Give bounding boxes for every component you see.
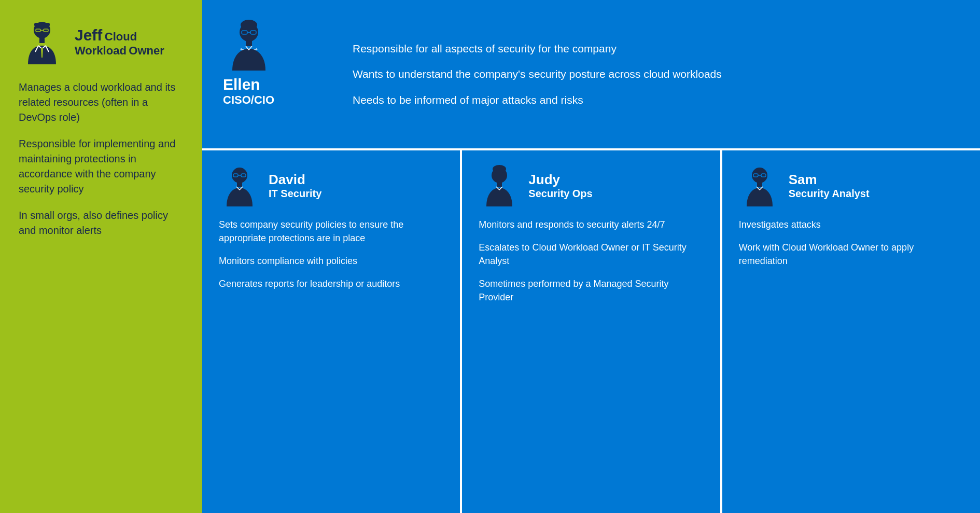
david-desc2: Monitors compliance with policies bbox=[219, 254, 443, 268]
sam-desc2: Work with Cloud Workload Owner to apply … bbox=[739, 241, 963, 268]
svg-rect-22 bbox=[497, 183, 502, 187]
bottom-section: David IT Security Sets company security … bbox=[202, 150, 980, 513]
jeff-avatar bbox=[19, 19, 65, 65]
ellen-avatar bbox=[223, 19, 275, 71]
sam-name: Sam bbox=[789, 172, 870, 188]
svg-rect-27 bbox=[757, 183, 762, 187]
jeff-name-block: Jeff Cloud Workload Owner bbox=[75, 26, 184, 58]
ellen-left: Ellen CISO/CIO bbox=[223, 16, 337, 133]
david-header: David IT Security bbox=[219, 165, 443, 206]
david-col: David IT Security Sets company security … bbox=[202, 150, 462, 513]
sam-title: Sam Security Analyst bbox=[789, 172, 870, 200]
david-title: David IT Security bbox=[269, 172, 321, 200]
david-avatar bbox=[219, 165, 260, 206]
jeff-name: Jeff bbox=[75, 26, 102, 44]
jeff-desc3: In small orgs, also defines policy and m… bbox=[19, 208, 184, 238]
judy-role: Security Ops bbox=[528, 188, 592, 200]
sam-col: Sam Security Analyst Investigates attack… bbox=[722, 150, 980, 513]
judy-name: Judy bbox=[528, 172, 592, 188]
ellen-role: CISO/CIO bbox=[223, 93, 274, 107]
judy-title: Judy Security Ops bbox=[528, 172, 592, 200]
jeff-desc1: Manages a cloud workload and its related… bbox=[19, 80, 184, 125]
judy-desc1: Monitors and responds to security alerts… bbox=[479, 218, 703, 231]
jeff-desc2: Responsible for implementing and maintai… bbox=[19, 136, 184, 197]
david-desc3: Generates reports for leadership or audi… bbox=[219, 277, 443, 290]
ellen-name: Ellen bbox=[223, 76, 274, 93]
sam-desc1: Investigates attacks bbox=[739, 218, 963, 231]
sam-header: Sam Security Analyst bbox=[739, 165, 963, 206]
jeff-header: Jeff Cloud Workload Owner bbox=[19, 19, 184, 65]
svg-point-10 bbox=[241, 20, 257, 30]
ellen-desc1: Responsible for all aspects of security … bbox=[353, 41, 959, 56]
ellen-section: Ellen CISO/CIO Responsible for all aspec… bbox=[202, 0, 980, 150]
sam-avatar bbox=[739, 165, 780, 206]
david-name: David bbox=[269, 172, 321, 188]
ellen-desc2: Wants to understand the company's securi… bbox=[353, 66, 959, 81]
svg-rect-1 bbox=[34, 23, 50, 26]
judy-avatar bbox=[479, 165, 520, 206]
ellen-desc3: Needs to be informed of major attacks an… bbox=[353, 92, 959, 107]
judy-col: Judy Security Ops Monitors and responds … bbox=[462, 150, 722, 513]
judy-desc2: Escalates to Cloud Workload Owner or IT … bbox=[479, 241, 703, 268]
david-desc1: Sets company security policies to ensure… bbox=[219, 218, 443, 245]
david-role: IT Security bbox=[269, 188, 321, 200]
svg-rect-19 bbox=[237, 183, 242, 187]
svg-point-21 bbox=[493, 165, 506, 173]
sam-role: Security Analyst bbox=[789, 188, 870, 200]
svg-rect-5 bbox=[39, 38, 45, 43]
right-panel: Ellen CISO/CIO Responsible for all aspec… bbox=[202, 0, 980, 513]
judy-header: Judy Security Ops bbox=[479, 165, 703, 206]
ellen-name-block: Ellen CISO/CIO bbox=[223, 76, 274, 107]
jeff-panel: Jeff Cloud Workload Owner Manages a clou… bbox=[0, 0, 202, 513]
svg-rect-14 bbox=[246, 41, 252, 46]
judy-desc3: Sometimes performed by a Managed Securit… bbox=[479, 277, 703, 304]
jeff-role-line2: Owner bbox=[129, 44, 164, 57]
ellen-right: Responsible for all aspects of security … bbox=[353, 16, 959, 133]
